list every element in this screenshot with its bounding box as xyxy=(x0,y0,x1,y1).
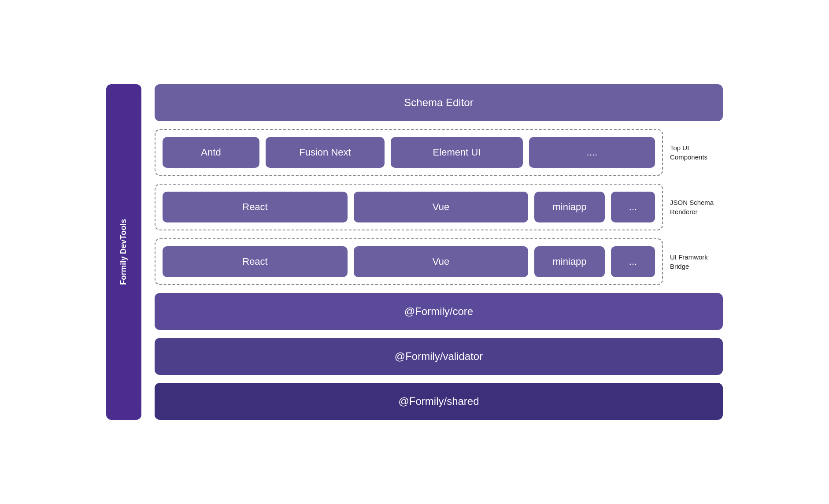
formily-validator-label: @Formily/validator xyxy=(395,350,483,363)
top-ui-row-container: Antd Fusion Next Element UI .... Top UIC… xyxy=(155,129,723,176)
schema-editor-label: Schema Editor xyxy=(404,96,473,109)
top-ui-dashed-section: Antd Fusion Next Element UI .... xyxy=(155,129,663,176)
ui-bridge-dashed-section: React Vue miniapp ... xyxy=(155,238,663,285)
top-ui-label: Top UIComponents xyxy=(670,143,723,162)
schema-editor-block: Schema Editor xyxy=(155,84,723,121)
json-schema-react-box: React xyxy=(163,192,348,222)
json-schema-label-container: JSON SchemaRenderer xyxy=(670,198,723,216)
ui-bridge-dashed-wrapper: React Vue miniapp ... xyxy=(155,238,663,285)
formily-validator-block: @Formily/validator xyxy=(155,338,723,375)
element-ui-box: Element UI xyxy=(391,137,523,168)
ui-bridge-label: UI FramworkBridge xyxy=(670,252,723,271)
fusion-next-box: Fusion Next xyxy=(266,137,385,168)
ui-bridge-dots-box: ... xyxy=(611,246,655,277)
json-schema-dots-box: ... xyxy=(611,192,655,222)
antd-box: Antd xyxy=(163,137,259,168)
ui-bridge-react-box: React xyxy=(163,246,348,277)
top-ui-dots-box: .... xyxy=(529,137,655,168)
sidebar: Formily DevTools xyxy=(106,84,141,420)
formily-shared-label: @Formily/shared xyxy=(398,395,479,408)
formily-core-block: @Formily/core xyxy=(155,293,723,330)
main-content: Schema Editor Antd Fusion Next Element U… xyxy=(155,84,723,420)
formily-shared-block: @Formily/shared xyxy=(155,383,723,420)
top-ui-dashed-wrapper: Antd Fusion Next Element UI .... xyxy=(155,129,663,176)
ui-bridge-miniapp-box: miniapp xyxy=(534,246,605,277)
top-ui-label-container: Top UIComponents xyxy=(670,143,723,162)
ui-bridge-vue-box: Vue xyxy=(354,246,528,277)
json-schema-dashed-wrapper: React Vue miniapp ... xyxy=(155,184,663,230)
json-schema-dashed-section: React Vue miniapp ... xyxy=(155,184,663,230)
json-schema-label: JSON SchemaRenderer xyxy=(670,198,723,216)
formily-core-label: @Formily/core xyxy=(404,305,473,318)
diagram-container: Formily DevTools Schema Editor Antd Fusi… xyxy=(106,84,723,420)
json-schema-vue-box: Vue xyxy=(354,192,528,222)
json-schema-miniapp-box: miniapp xyxy=(534,192,605,222)
json-schema-row-container: React Vue miniapp ... JSON SchemaRendere… xyxy=(155,184,723,230)
ui-bridge-row-container: React Vue miniapp ... UI FramworkBridge xyxy=(155,238,723,285)
sidebar-label: Formily DevTools xyxy=(118,219,129,285)
ui-bridge-label-container: UI FramworkBridge xyxy=(670,252,723,271)
